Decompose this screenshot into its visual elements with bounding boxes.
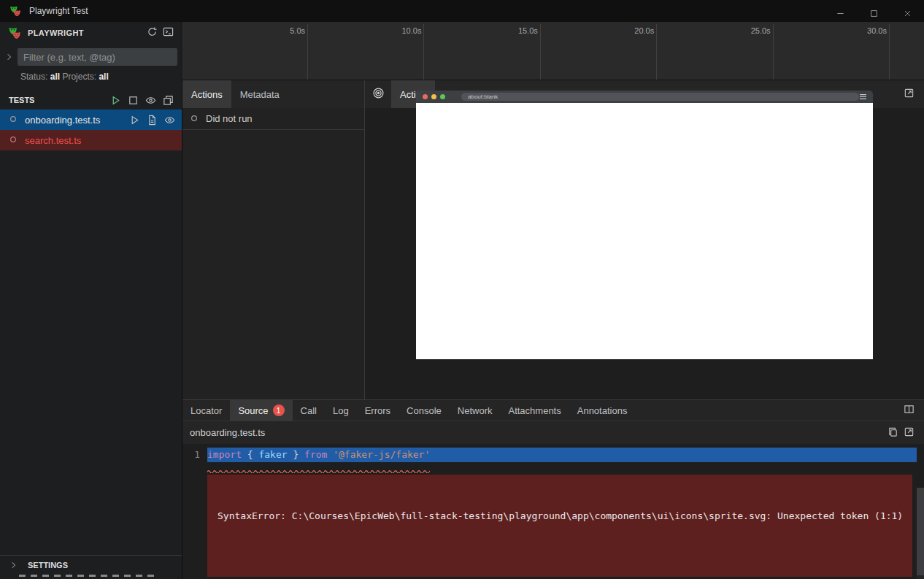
browser-chrome: about:blank [416,91,873,103]
timeline-tick: 15.0s [540,24,541,80]
split-columns-icon [904,404,915,418]
snapshot-panel: ActionBeforeAfter about:blank [365,80,924,399]
source-file-name: onboarding.test.ts [190,427,885,438]
close-icon [904,7,912,15]
status-value[interactable]: all [50,72,60,82]
timeline[interactable]: 5.0s10.0s15.0s20.0s25.0s30.0s [182,22,924,80]
sidebar-header: PLAYWRIGHT [0,22,182,44]
collapse-icon [163,95,174,106]
browser-snapshot: about:blank [416,91,873,359]
tab-bottom-source[interactable]: Source1 [230,400,292,421]
copy-source-button[interactable] [885,425,901,441]
stop-icon [128,95,139,106]
settings-header[interactable]: SETTINGS [0,556,182,575]
tests-section-header: TESTS [0,91,182,110]
tab-bottom-network[interactable]: Network [450,400,501,421]
maximize-button[interactable] [857,0,890,22]
traffic-light-close [423,94,428,99]
circle-icon [190,114,199,123]
target-icon [372,87,385,102]
timeline-tick-label: 5.0s [290,26,305,35]
source-line-1[interactable]: 1 import { faker } from '@faker-js/faker… [182,448,924,462]
browser-address-bar: about:blank [461,93,859,101]
actions-tabbar: ActionsMetadata [182,80,364,108]
traffic-light-zoom [440,94,445,99]
tab-label: Metadata [240,89,280,100]
minimize-button[interactable] [823,0,857,22]
tab-bottom-console[interactable]: Console [399,400,450,421]
eye-icon [145,95,156,106]
editor-scrollbar[interactable] [917,488,924,579]
goto-file-icon [147,115,158,126]
error-squiggle [207,462,924,467]
tab-actions-actions[interactable]: Actions [182,80,231,108]
actions-panel: ActionsMetadata Did not run [182,80,365,399]
timeline-tick-label: 30.0s [867,26,887,35]
tab-label: Annotations [577,405,628,416]
layout-toggle-button[interactable] [901,402,917,418]
tab-label: Log [333,405,349,416]
watch-test-button[interactable] [161,112,177,128]
watch-all-button[interactable] [142,92,158,108]
collapse-all-button[interactable] [160,92,176,108]
test-item-onboarding-test-ts[interactable]: onboarding.test.ts [0,110,182,130]
tab-label: Actions [191,89,223,100]
browser-page-blank[interactable] [416,103,873,359]
tab-label: Locator [190,405,222,416]
status-label: Status: [20,72,47,82]
playwright-masks-icon [9,4,22,18]
timeline-tick: 20.0s [656,24,657,80]
window-title: Playwright Test [29,6,88,16]
terminal-button[interactable] [160,25,176,41]
settings-section: SETTINGS [0,555,182,577]
chevron-right-icon[interactable] [1,53,18,61]
tab-actions-metadata[interactable]: Metadata [231,80,288,108]
timeline-tick: 30.0s [889,24,890,80]
external-link-icon [904,426,915,440]
tab-label: Errors [365,405,390,416]
status-line[interactable]: Status: all Projects: all [0,69,182,88]
tab-label: Attachments [508,405,561,416]
tab-bottom-log[interactable]: Log [325,400,357,421]
sidebar: PLAYWRIGHT Status: all Projects: all TES… [0,22,182,579]
source-file-bar: onboarding.test.ts [182,421,924,444]
open-source-external-button[interactable] [901,425,917,441]
reload-button[interactable] [144,25,160,41]
actions-list: Did not run [182,108,364,399]
reload-icon [147,26,158,40]
terminal-icon [163,26,174,40]
tab-label: Network [458,405,493,416]
tab-bottom-annotations[interactable]: Annotations [569,400,636,421]
projects-value[interactable]: all [99,72,108,82]
main-area: 5.0s10.0s15.0s20.0s25.0s30.0s ActionsMet… [182,22,924,579]
open-snapshot-external-button[interactable] [901,86,917,102]
tab-bottom-errors[interactable]: Errors [357,400,399,421]
action-entry-did-not-run[interactable]: Did not run [182,108,364,130]
pick-locator-button[interactable] [365,80,391,108]
bottom-panel: LocatorSource1CallLogErrorsConsoleNetwor… [182,399,924,579]
highlighted-code-line: import { faker } from '@faker-js/faker' [207,448,917,462]
close-button[interactable] [890,0,924,22]
playwright-trace-viewer-window: Playwright Test PLAYWRIGHT Status: all P… [0,0,924,579]
eye-icon [164,115,175,126]
open-source-button[interactable] [144,112,160,128]
tab-bottom-attachments[interactable]: Attachments [500,400,569,421]
filter-row [0,44,182,69]
filter-input[interactable] [18,48,177,66]
clipped-settings-row [0,575,182,577]
timeline-tick-label: 25.0s [751,26,771,35]
test-item-search-test-ts[interactable]: search.test.ts [0,130,182,150]
tab-bottom-locator[interactable]: Locator [182,400,230,421]
timeline-tick-label: 20.0s [634,26,654,35]
source-editor[interactable]: 1 import { faker } from '@faker-js/faker… [182,444,924,579]
tab-bottom-call[interactable]: Call [293,400,325,421]
circle-icon [9,115,19,125]
stop-button[interactable] [125,92,141,108]
chevron-right-icon [6,561,22,570]
run-test-button[interactable] [126,112,142,128]
play-icon [110,95,121,106]
tests-label: TESTS [9,96,107,104]
run-all-button[interactable] [107,92,123,108]
error-message: SyntaxError: C:\Courses\EpicWeb\full-sta… [217,510,902,523]
projects-label: Projects: [62,72,96,82]
